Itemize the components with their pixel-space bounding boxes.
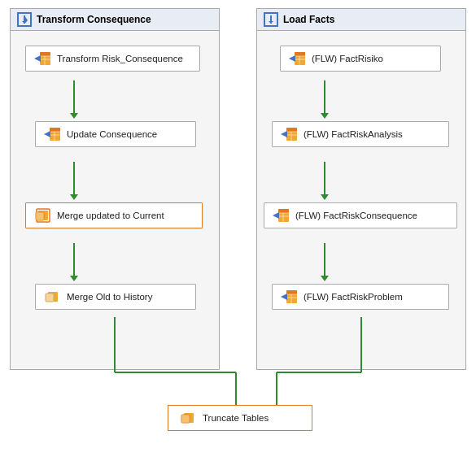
truncate-tables-node[interactable]: Truncate Tables xyxy=(168,405,312,431)
connector-1-2 xyxy=(70,80,78,119)
svg-rect-27 xyxy=(295,52,305,56)
load-facts-container: Load Facts (FLW) FactRisiko xyxy=(256,8,466,370)
arrow-table-icon-5 xyxy=(289,50,307,67)
merge-icon-2 xyxy=(44,289,62,305)
flw-factriskconsequence-node[interactable]: (FLW) FactRiskConsequence xyxy=(264,202,457,228)
svg-marker-37 xyxy=(281,131,287,137)
svg-marker-49 xyxy=(281,294,287,300)
svg-marker-31 xyxy=(289,55,295,62)
arrow-table-icon-8 xyxy=(281,289,299,305)
load-facts-title: Load Facts xyxy=(283,14,334,25)
container-icon-left xyxy=(17,12,32,27)
arrow-table-icon-6 xyxy=(281,126,299,142)
svg-marker-15 xyxy=(44,131,50,137)
merge-icon-1 xyxy=(34,207,52,224)
merge-updated-to-current-node[interactable]: Merge updated to Current xyxy=(25,202,203,228)
svg-marker-43 xyxy=(273,212,279,219)
svg-marker-25 xyxy=(269,21,273,24)
arrow-table-icon-1 xyxy=(34,50,52,67)
flw-factrisiko-node[interactable]: (FLW) FactRisiko xyxy=(280,46,441,72)
transform-consequence-title: Transform Consequence xyxy=(37,14,151,25)
transform-risk-consequence-label: Transform Risk_Consequence xyxy=(57,54,183,63)
merge-updated-to-current-label: Merge updated to Current xyxy=(57,211,164,220)
arrow-table-icon-2 xyxy=(44,126,62,142)
container-icon-right xyxy=(264,12,278,27)
svg-rect-45 xyxy=(286,290,297,294)
connector-3-4 xyxy=(70,243,78,281)
transform-consequence-header: Transform Consequence xyxy=(11,9,219,31)
arrow-table-icon-7 xyxy=(273,207,290,224)
transform-risk-consequence-node[interactable]: Transform Risk_Consequence xyxy=(25,46,200,72)
svg-rect-33 xyxy=(286,128,297,132)
flw-factriskanalysis-node[interactable]: (FLW) FactRiskAnalysis xyxy=(272,121,449,147)
merge-old-to-history-label: Merge Old to History xyxy=(67,292,152,302)
truncate-tables-label: Truncate Tables xyxy=(203,413,269,423)
svg-marker-9 xyxy=(34,55,41,62)
transform-consequence-container: Transform Consequence Transform Risk_Con… xyxy=(10,8,220,370)
svg-rect-19 xyxy=(36,212,44,220)
flw-factriskproblem-node[interactable]: (FLW) FactRiskProblem xyxy=(272,284,449,310)
update-consequence-node[interactable]: Update Consequence xyxy=(35,121,196,147)
flw-factriskconsequence-label: (FLW) FactRiskConsequence xyxy=(295,211,417,220)
update-consequence-label: Update Consequence xyxy=(67,129,157,139)
svg-rect-5 xyxy=(40,52,50,56)
svg-rect-39 xyxy=(278,209,289,213)
connector-6-7 xyxy=(321,162,329,200)
merge-old-to-history-node[interactable]: Merge Old to History xyxy=(35,284,196,310)
svg-rect-60 xyxy=(181,415,190,423)
connector-7-8 xyxy=(321,243,329,281)
flw-factriskanalysis-label: (FLW) FactRiskAnalysis xyxy=(304,129,403,139)
canvas: Transform Consequence Transform Risk_Con… xyxy=(0,0,476,461)
svg-marker-3 xyxy=(22,21,27,24)
load-facts-header: Load Facts xyxy=(257,9,465,31)
connector-5-6 xyxy=(321,80,329,119)
flw-factriskproblem-label: (FLW) FactRiskProblem xyxy=(304,292,403,302)
svg-rect-11 xyxy=(50,128,60,132)
svg-rect-22 xyxy=(46,294,54,302)
connector-2-3 xyxy=(70,162,78,200)
flw-factrisiko-label: (FLW) FactRisiko xyxy=(312,54,383,63)
merge-icon-truncate xyxy=(180,410,198,426)
